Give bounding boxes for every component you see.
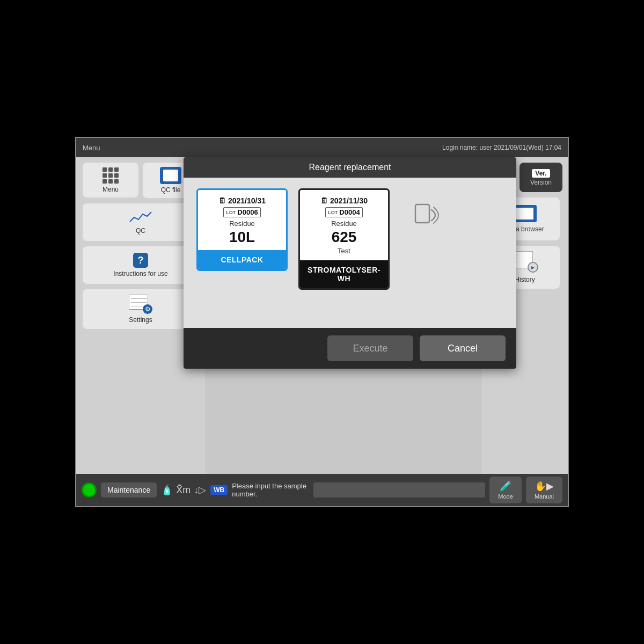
nfc-icon-area: [400, 188, 454, 242]
reagent-card-cellpack[interactable]: 🗓 2021/10/31 LOT D0006 Residue 10L CELLP…: [196, 188, 288, 271]
mode-icon: 🧪: [500, 480, 511, 492]
top-bar: Menu Login name: user 2021/09/01(Wed) 17…: [76, 138, 568, 157]
mode-button[interactable]: 🧪 Mode: [489, 477, 522, 503]
modal-title: Reagent replacement: [184, 157, 516, 178]
user-info: Login name: user 2021/09/01(Wed) 17:04: [442, 144, 561, 151]
manual-icon: ✋▶: [535, 480, 554, 492]
cellpack-residue-value: 10L: [229, 230, 255, 245]
status-message: Please input the sample number.: [232, 482, 309, 498]
mode-label: Mode: [498, 493, 513, 500]
screen: Menu Login name: user 2021/09/01(Wed) 17…: [75, 137, 569, 507]
bottom-right-buttons: 🧪 Mode ✋▶ Manual: [489, 477, 562, 503]
stromatolyser-residue-value: 625: [332, 230, 357, 245]
cellpack-date-icon: 🗓: [218, 196, 226, 205]
modal-body: 🗓 2021/10/31 LOT D0006 Residue 10L CELLP…: [184, 178, 516, 328]
stromatolyser-lot-number: D0004: [339, 208, 360, 216]
reagent-replacement-modal: Reagent replacement 🗓 2021/10/31 LOT D00…: [184, 157, 516, 369]
stromatolyser-date-icon: 🗓: [320, 196, 328, 205]
status-led: [82, 482, 97, 497]
execute-button[interactable]: Execute: [327, 335, 413, 361]
modal-footer: Execute Cancel: [184, 328, 516, 369]
maintenance-badge: Maintenance: [101, 482, 157, 497]
manual-label: Manual: [535, 493, 554, 500]
bottom-bar: Maintenance 🧴 X̄m ↓▷ WB Please input the…: [76, 474, 568, 506]
svg-rect-0: [415, 204, 429, 223]
menu-label: Menu: [83, 144, 100, 152]
cellpack-lot-text: LOT: [226, 210, 236, 215]
bottle-icon: 🧴: [161, 484, 173, 496]
wb-label: WB: [210, 485, 228, 495]
stromatolyser-lot-text: LOT: [328, 210, 338, 215]
sample-number-input[interactable]: [313, 482, 485, 497]
stromatolyser-card-body: 🗓 2021/11/30 LOT D0004 Residue 625 Test: [300, 190, 388, 260]
stromatolyser-residue-label: Residue: [331, 219, 357, 228]
reagent-card-stromatolyser[interactable]: 🗓 2021/11/30 LOT D0004 Residue 625 Test …: [298, 188, 390, 290]
stromatolyser-lot-badge: LOT D0004: [325, 207, 362, 217]
cellpack-card-body: 🗓 2021/10/31 LOT D0006 Residue 10L: [198, 190, 286, 250]
stromatolyser-name-bar: STROMATOLYSER-WH: [300, 260, 388, 288]
cellpack-date: 🗓 2021/10/31: [218, 196, 266, 205]
manual-button[interactable]: ✋▶ Manual: [526, 477, 562, 503]
bottom-icons: 🧴 X̄m ↓▷: [161, 484, 206, 496]
stromatolyser-residue-unit: Test: [338, 247, 350, 255]
cellpack-lot-badge: LOT D0006: [223, 207, 260, 217]
cellpack-lot-number: D0006: [237, 208, 258, 216]
cellpack-name-bar: CELLPACK: [198, 250, 286, 269]
xm-icon: X̄m: [176, 484, 191, 496]
ipu-icon: ↓▷: [194, 484, 206, 496]
modal-overlay: Reagent replacement 🗓 2021/10/31 LOT D00…: [76, 157, 568, 474]
cellpack-residue-label: Residue: [229, 219, 255, 228]
stromatolyser-date: 🗓 2021/11/30: [320, 196, 368, 205]
cancel-button[interactable]: Cancel: [420, 335, 506, 361]
